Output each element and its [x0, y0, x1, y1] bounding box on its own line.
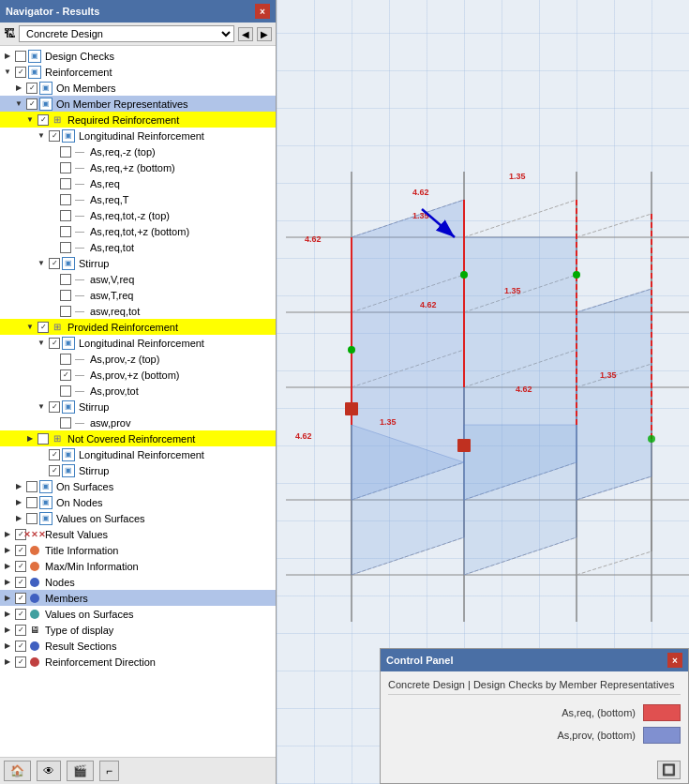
tree-item-values-surfaces[interactable]: ▣ Values on Surfaces: [0, 510, 276, 526]
cb-design-checks[interactable]: [15, 51, 26, 62]
tree-item-asw-req-tot[interactable]: — asw,req,tot: [0, 303, 276, 319]
cb-asw-v-req[interactable]: [60, 274, 71, 285]
cb-members[interactable]: [15, 593, 26, 604]
control-panel-close-button[interactable]: ×: [667, 653, 682, 668]
cb-nodes[interactable]: [15, 577, 26, 588]
cb-asw-t-req[interactable]: [60, 290, 71, 301]
tree-item-asw-v-req[interactable]: — asw,V,req: [0, 271, 276, 287]
tree-item-maxmin-info[interactable]: Max/Min Information: [0, 558, 276, 574]
tree-item-on-member-representatives[interactable]: ▣ On Member Representatives: [0, 96, 276, 112]
tree-item-on-nodes[interactable]: ▣ On Nodes: [0, 494, 276, 510]
tree-item-type-display[interactable]: 🖥 Type of display: [0, 622, 276, 638]
cb-as-req-tot-top[interactable]: [60, 210, 71, 221]
tree-item-stirrup-req[interactable]: ▣ Stirrup: [0, 255, 276, 271]
tree-item-stirrup-not[interactable]: ▣ Stirrup: [0, 462, 276, 478]
expand-values-surfaces[interactable]: [13, 513, 24, 524]
cb-as-prov-tot[interactable]: [60, 385, 71, 397]
tree-item-as-req-z-top[interactable]: — As,req,-z (top): [0, 143, 276, 159]
tree-item-longitudinal-prov[interactable]: ▣ Longitudinal Reinforcement: [0, 335, 276, 351]
tree-item-reinforcement[interactable]: ▣ Reinforcement: [0, 64, 276, 80]
cb-result-sections[interactable]: [15, 641, 26, 652]
tree-item-asw-t-req[interactable]: — asw,T,req: [0, 287, 276, 303]
cb-asw-req-tot[interactable]: [60, 306, 71, 317]
tree-item-values-on-surfaces-2[interactable]: Values on Surfaces: [0, 606, 276, 622]
tree-item-asw-prov[interactable]: — asw,prov: [0, 415, 276, 430]
tree-item-on-surfaces[interactable]: ▣ On Surfaces: [0, 478, 276, 494]
tree-item-as-req-z-bottom[interactable]: — As,req,+z (bottom): [0, 159, 276, 175]
expand-reinf-direction[interactable]: [2, 656, 13, 668]
tree-item-as-prov-tot[interactable]: — As,prov,tot: [0, 383, 276, 399]
tree-item-as-req-tot-z-bottom[interactable]: — As,req,tot,+z (bottom): [0, 223, 276, 239]
tree-item-title-info[interactable]: Title Information: [0, 542, 276, 558]
cb-as-req-t[interactable]: [60, 194, 71, 205]
tree-item-as-prov-z-top[interactable]: — As,prov,-z (top): [0, 351, 276, 367]
tree-item-provided-reinforcement[interactable]: ⊞ Provided Reinforcement: [0, 319, 276, 335]
expand-stirrup-req[interactable]: [36, 258, 47, 269]
cb-values-surfaces[interactable]: [26, 513, 37, 524]
cb-as-req-z-top[interactable]: [60, 146, 71, 158]
cb-on-members[interactable]: [26, 83, 37, 94]
expand-on-member-reps[interactable]: [13, 98, 24, 110]
nav-prev-button[interactable]: ◀: [238, 27, 253, 41]
cb-as-req[interactable]: [60, 178, 71, 189]
expand-on-nodes[interactable]: [13, 497, 24, 508]
cb-reinforcement[interactable]: [15, 67, 26, 78]
tree-item-long-not[interactable]: ▣ Longitudinal Reinforcement: [0, 446, 276, 462]
expand-required-reinf[interactable]: [24, 114, 36, 126]
tree-item-as-req[interactable]: — As,req: [0, 175, 276, 191]
tree-item-result-sections[interactable]: Result Sections: [0, 638, 276, 654]
cb-on-nodes[interactable]: [26, 497, 37, 508]
tree-item-longitudinal-req[interactable]: ▣ Longitudinal Reinforcement: [0, 128, 276, 143]
cb-values-surfaces-2[interactable]: [15, 609, 26, 620]
expand-long-req[interactable]: [36, 130, 47, 142]
cb-not-covered[interactable]: [37, 433, 49, 445]
cb-asw-prov[interactable]: [60, 417, 71, 429]
tree-item-design-checks[interactable]: ▣ Design Checks: [0, 48, 276, 64]
cb-on-member-reps[interactable]: [26, 98, 37, 110]
tree-item-nodes[interactable]: Nodes: [0, 574, 276, 590]
concrete-design-dropdown[interactable]: Concrete Design: [19, 25, 234, 42]
expand-result-sections[interactable]: [2, 641, 13, 652]
cb-as-req-tot[interactable]: [60, 242, 71, 253]
tree-item-as-prov-z-bottom[interactable]: — As,prov,+z (bottom): [0, 367, 276, 383]
expand-maxmin-info[interactable]: [2, 561, 13, 572]
cb-as-req-z-bottom[interactable]: [60, 162, 71, 173]
expand-stirrup-prov[interactable]: [36, 401, 47, 413]
expand-on-surfaces[interactable]: [13, 481, 24, 492]
control-panel-export-button[interactable]: 🔲: [657, 761, 681, 779]
cb-as-req-tot-bottom[interactable]: [60, 226, 71, 237]
tree-item-members[interactable]: Members: [0, 590, 276, 606]
section-button[interactable]: ⌐: [99, 761, 119, 781]
expand-not-covered[interactable]: [24, 433, 36, 445]
expand-nodes[interactable]: [2, 577, 13, 588]
tree-item-on-members[interactable]: ▣ On Members: [0, 80, 276, 96]
tree-item-as-req-t[interactable]: — As,req,T: [0, 191, 276, 207]
expand-on-members[interactable]: [13, 83, 24, 94]
cb-reinf-direction[interactable]: [15, 656, 26, 668]
expand-members[interactable]: [2, 593, 13, 604]
cb-maxmin-info[interactable]: [15, 561, 26, 572]
tree-item-not-covered[interactable]: ⊞ Not Covered Reinforcement: [0, 430, 276, 446]
cb-stirrup-not[interactable]: [49, 465, 60, 476]
expand-type-display[interactable]: [2, 625, 13, 636]
animation-button[interactable]: 🎬: [67, 761, 94, 781]
cb-stirrup-req[interactable]: [49, 258, 60, 269]
cb-long-not[interactable]: [49, 449, 60, 460]
cb-as-prov-bottom[interactable]: [60, 369, 71, 381]
expand-result-values[interactable]: [2, 529, 13, 540]
expand-values-surfaces-2[interactable]: [2, 609, 13, 620]
tree-item-result-values[interactable]: ✕✕✕ Result Values: [0, 526, 276, 542]
home-button[interactable]: 🏠: [4, 761, 31, 781]
cb-required-reinf[interactable]: [37, 114, 49, 126]
navigator-close-button[interactable]: ×: [255, 4, 270, 19]
cb-provided-reinf[interactable]: [37, 322, 49, 333]
expand-title-info[interactable]: [2, 545, 13, 556]
cb-type-display[interactable]: [15, 625, 26, 636]
tree-item-as-req-tot-z-top[interactable]: — As,req,tot,-z (top): [0, 207, 276, 223]
cb-on-surfaces[interactable]: [26, 481, 37, 492]
tree-item-stirrup-prov[interactable]: ▣ Stirrup: [0, 399, 276, 415]
expand-design-checks[interactable]: [2, 51, 13, 62]
expand-long-prov[interactable]: [36, 338, 47, 349]
tree-item-as-req-tot[interactable]: — As,req,tot: [0, 239, 276, 255]
cb-title-info[interactable]: [15, 545, 26, 556]
